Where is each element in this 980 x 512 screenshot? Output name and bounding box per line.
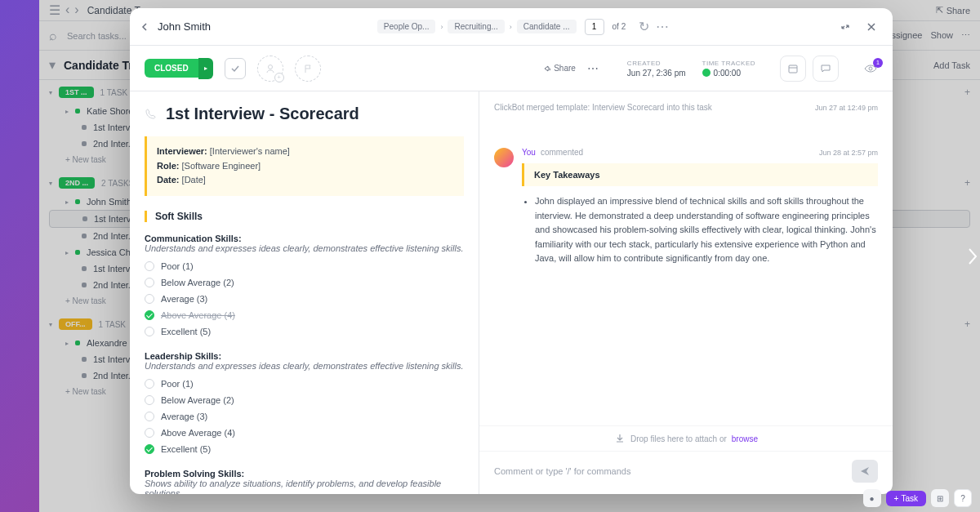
skill-name: Leadership Skills: xyxy=(145,351,464,361)
interviewer-value: [Interviewer's name] xyxy=(210,146,290,156)
new-task-button[interactable]: +Task xyxy=(886,491,926,506)
radio-icon xyxy=(145,310,154,320)
role-label: Role: xyxy=(157,161,180,171)
activity-entry: ClickBot merged template: Interview Scor… xyxy=(479,91,893,115)
tracked-label: TIME TRACKED xyxy=(702,60,755,67)
rating-option[interactable]: Excellent (5) xyxy=(145,327,464,336)
complete-check-button[interactable] xyxy=(225,58,246,79)
comment-input[interactable]: Comment or type '/' for commands xyxy=(494,466,844,476)
interviewer-info-block: Interviewer: [Interviewer's name] Role: … xyxy=(145,136,464,196)
task-modal: John Smith People Op...›Recruiting...›Ca… xyxy=(130,8,893,494)
svg-point-0 xyxy=(268,65,272,69)
skill-block: Leadership Skills:Understands and expres… xyxy=(145,351,464,454)
comment-time: Jun 28 at 2:57 pm xyxy=(819,149,878,157)
chevron-right-icon: › xyxy=(510,23,512,31)
chat-icon[interactable] xyxy=(813,56,839,82)
rating-option[interactable]: Poor (1) xyxy=(145,261,464,271)
radio-icon xyxy=(145,327,154,336)
radio-icon xyxy=(145,444,154,454)
takeaway-box: Key Takeaways xyxy=(522,163,878,186)
rating-label: Excellent (5) xyxy=(161,444,211,454)
close-icon[interactable] xyxy=(862,17,881,37)
svg-point-2 xyxy=(869,67,872,70)
radio-icon xyxy=(145,261,154,271)
radio-icon xyxy=(145,395,154,405)
subheader-icons xyxy=(780,56,839,82)
drop-zone[interactable]: Drop files here to attach or browse xyxy=(479,425,893,451)
priority-flag-icon[interactable] xyxy=(295,56,321,82)
rating-option[interactable]: Above Average (4) xyxy=(145,428,464,438)
rating-label: Below Average (2) xyxy=(161,395,234,405)
comment-action: commented xyxy=(541,148,583,157)
rating-option[interactable]: Excellent (5) xyxy=(145,444,464,454)
rating-label: Above Average (4) xyxy=(161,428,235,438)
back-button[interactable] xyxy=(141,23,149,31)
skill-name: Problem Solving Skills: xyxy=(145,469,464,479)
breadcrumb: People Op...›Recruiting...›Candidate ... xyxy=(377,20,577,33)
created-meta: CREATED Jun 27, 2:36 pm xyxy=(627,60,686,78)
page-number-input[interactable] xyxy=(585,19,604,35)
status-label: CLOSED xyxy=(145,59,198,78)
skill-description: Shows ability to analyze situations, ide… xyxy=(145,479,464,494)
breadcrumb-item[interactable]: Recruiting... xyxy=(448,20,504,33)
status-dropdown-icon[interactable]: ▸ xyxy=(198,58,213,79)
estimate-icon[interactable] xyxy=(780,56,806,82)
modal-header: John Smith People Op...›Recruiting...›Ca… xyxy=(130,8,893,46)
skill-description: Understands and expresses ideas clearly,… xyxy=(145,361,464,371)
assignee-add-icon[interactable]: + xyxy=(257,56,283,82)
status-button[interactable]: CLOSED ▸ xyxy=(145,58,213,79)
task-title-row: 1st Interview - Scorecard xyxy=(145,105,464,123)
tracked-value[interactable]: 0:00:00 xyxy=(702,69,755,78)
task-title[interactable]: 1st Interview - Scorecard xyxy=(166,105,359,123)
more-header-icon[interactable]: ⋯ xyxy=(656,19,669,34)
share-task-button[interactable]: Share xyxy=(542,64,576,73)
comment-header: You commented Jun 28 at 2:57 pm xyxy=(522,148,878,157)
task-detail-panel: 1st Interview - Scorecard Interviewer: [… xyxy=(130,91,479,494)
rating-label: Poor (1) xyxy=(161,379,194,389)
rating-label: Average (3) xyxy=(161,294,207,304)
help-icon[interactable]: ? xyxy=(954,489,972,507)
skill-block: Communication Skills:Understands and exp… xyxy=(145,234,464,336)
chevron-right-icon: › xyxy=(440,23,443,31)
header-right xyxy=(835,17,881,37)
rating-option[interactable]: Average (3) xyxy=(145,412,464,421)
comments-area: You commented Jun 28 at 2:57 pm Key Take… xyxy=(479,115,893,425)
next-arrow-icon[interactable] xyxy=(967,247,978,265)
comment: You commented Jun 28 at 2:57 pm Key Take… xyxy=(494,148,878,266)
browse-link[interactable]: browse xyxy=(732,434,758,443)
comment-input-row: Comment or type '/' for commands xyxy=(479,451,893,494)
attachment-icon xyxy=(614,433,626,444)
takeaway-title: Key Takeaways xyxy=(534,170,868,180)
watcher-badge: 1 xyxy=(873,58,883,68)
radio-icon xyxy=(145,428,154,438)
skill-block: Problem Solving Skills:Shows ability to … xyxy=(145,469,464,494)
rating-list: Poor (1)Below Average (2)Average (3)Abov… xyxy=(145,261,464,336)
created-value: Jun 27, 2:36 pm xyxy=(627,69,686,78)
activity-text: ClickBot merged template: Interview Scor… xyxy=(494,103,712,112)
rating-option[interactable]: Below Average (2) xyxy=(145,395,464,405)
apps-icon[interactable]: ⊞ xyxy=(931,489,949,507)
radio-icon xyxy=(145,379,154,389)
play-icon xyxy=(702,69,710,77)
takeaway-item: John displayed an impressive blend of te… xyxy=(535,194,878,266)
breadcrumb-item[interactable]: People Op... xyxy=(377,20,436,33)
comment-content: You commented Jun 28 at 2:57 pm Key Take… xyxy=(522,148,878,266)
rating-option[interactable]: Above Average (4) xyxy=(145,310,464,320)
takeaway-list: John displayed an impressive blend of te… xyxy=(522,194,878,266)
rating-label: Above Average (4) xyxy=(161,310,235,320)
svg-rect-1 xyxy=(789,65,797,73)
minimize-icon[interactable] xyxy=(835,17,855,37)
watcher-count[interactable]: 1 xyxy=(863,61,878,76)
role-value: [Software Engineer] xyxy=(182,161,261,171)
rating-option[interactable]: Average (3) xyxy=(145,294,464,304)
time-tracked-meta: TIME TRACKED 0:00:00 xyxy=(702,60,755,78)
meta-section: CREATED Jun 27, 2:36 pm TIME TRACKED 0:0… xyxy=(627,60,755,78)
next-task-icon[interactable]: ↻ xyxy=(639,19,649,34)
send-button[interactable] xyxy=(852,460,878,483)
rating-option[interactable]: Below Average (2) xyxy=(145,278,464,287)
record-icon[interactable]: ● xyxy=(863,489,881,507)
rating-option[interactable]: Poor (1) xyxy=(145,379,464,389)
breadcrumb-item[interactable]: Candidate ... xyxy=(517,20,577,33)
rating-label: Excellent (5) xyxy=(161,327,211,336)
more-actions-icon[interactable]: ⋯ xyxy=(587,62,599,75)
